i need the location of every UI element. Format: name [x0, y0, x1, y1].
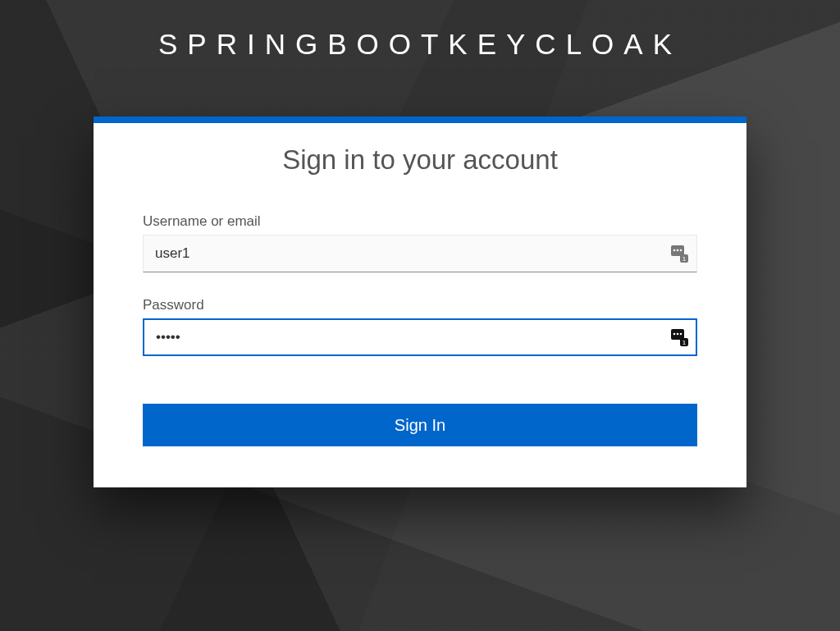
username-label: Username or email — [143, 213, 697, 230]
field-username: Username or email 1 — [143, 213, 697, 272]
password-input[interactable] — [143, 318, 697, 356]
sign-in-button[interactable]: Sign In — [143, 404, 697, 446]
username-input[interactable] — [143, 235, 697, 272]
realm-title: SPRINGBOOTKEYCLOAK — [158, 28, 682, 61]
card-heading: Sign in to your account — [143, 144, 697, 176]
password-label: Password — [143, 297, 697, 313]
field-password: Password 1 — [143, 297, 697, 356]
login-card: Sign in to your account Username or emai… — [94, 117, 746, 487]
